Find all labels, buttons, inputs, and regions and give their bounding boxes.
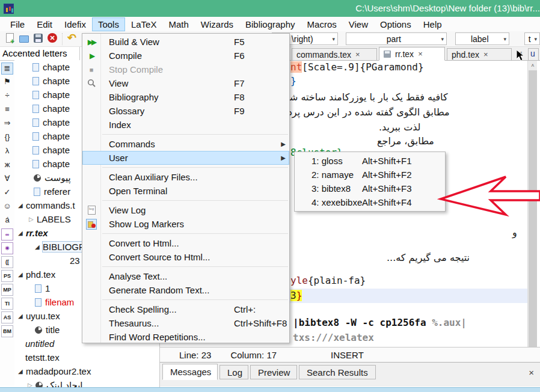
tree-item-madadpour2.tex[interactable]: ◢madadpour2.tex [14, 364, 159, 378]
menubar-item-latex[interactable]: LaTeX [126, 18, 162, 31]
menubar-item-tools[interactable]: Tools [93, 18, 124, 31]
menu-item-view-log[interactable]: logView Log [82, 203, 289, 217]
accents-icon[interactable]: á [1, 215, 13, 227]
new-document-button[interactable]: + [6, 33, 17, 44]
menubar-item-view[interactable]: View [343, 18, 373, 31]
panel-tab-messages[interactable]: Messages [162, 364, 218, 380]
scroll-up-icon[interactable]: ˄ [528, 63, 538, 69]
editor-vertical-scrollbar[interactable]: ˄ ˅ [527, 61, 537, 361]
panel-tab-preview[interactable]: Preview [250, 365, 297, 379]
panel-tab-search-results[interactable]: Search Results [299, 365, 376, 379]
close-panel-icon[interactable]: × [529, 367, 534, 378]
tree-item-label: commands.t [26, 200, 75, 210]
menubar-item-macros[interactable]: Macros [302, 18, 342, 31]
save-button[interactable] [34, 33, 44, 44]
tab-label: commands.tex [296, 50, 351, 60]
mp-tab-icon[interactable]: MP [1, 284, 13, 296]
arrows-icon[interactable]: ⇒ [1, 118, 13, 130]
menubar-item-options[interactable]: Options [375, 18, 417, 31]
scrollbar-thumb[interactable] [529, 70, 537, 348]
tree-item-ایجاد-لینک[interactable]: ▷ایجاد لینک [14, 378, 159, 388]
tree-item-tetstt.tex[interactable]: tetstt.tex [14, 351, 159, 364]
tree-item-label: LABELS [37, 214, 71, 224]
menu-item-open-terminal[interactable]: Open Terminal [82, 184, 289, 198]
close-document-button[interactable]: ✕ [48, 33, 58, 44]
cyrillic-icon[interactable]: ж [1, 159, 13, 171]
misc-symbols-icon[interactable]: ☺ [1, 201, 13, 213]
menu-separator [102, 233, 288, 234]
menubar-item-file[interactable]: File [5, 18, 30, 31]
reference-value: label [458, 34, 501, 44]
structure-filter-combobox[interactable]: Accented letters [0, 47, 80, 61]
ti-tab-icon[interactable]: TI [1, 298, 13, 310]
menu-item-bibliography[interactable]: BibliographyF8 [82, 90, 289, 104]
close-tab-icon[interactable]: × [418, 49, 423, 58]
collapse-icon[interactable]: ◢ [35, 243, 43, 250]
divide-icon[interactable]: ÷ [1, 90, 13, 102]
brackets-icon[interactable]: ([ [1, 256, 13, 268]
menu-icon-slot [82, 151, 100, 165]
menu-bar: FileEditIdefixToolsLaTeXMathWizardsBibli… [0, 17, 540, 31]
structure-icon[interactable]: ≣ [1, 63, 13, 75]
collapse-icon[interactable]: ◢ [18, 313, 26, 319]
menu-item-generate-random-text[interactable]: Generate Random Text... [82, 283, 289, 297]
user-command-shortcut: Alt+Shift+F3 [362, 183, 412, 194]
partial-combobox[interactable]: t▾ [524, 32, 540, 45]
close-tab-icon[interactable]: × [483, 50, 488, 59]
tab-commands-tex[interactable]: commands.tex× [292, 48, 377, 61]
reference-combobox[interactable]: label▾ [455, 32, 509, 45]
infinity-icon[interactable]: ∞ [1, 228, 13, 240]
ps-tab-icon[interactable]: PS [1, 270, 13, 282]
user-command-1[interactable]: 1: glossAlt+Shift+F1 [295, 154, 445, 168]
section-level-combobox[interactable]: part▾ [346, 32, 447, 45]
menu-item-find-word-repetitions[interactable]: Find Word Repetitions... [82, 330, 289, 344]
check-icon[interactable]: ✓ [1, 187, 13, 199]
user-command-4[interactable]: 4: xexebibxeAlt+Shift+F4 [295, 195, 445, 209]
menu-item-thesaurus[interactable]: Thesaurus...Ctrl+Shift+F8 [82, 316, 289, 330]
menu-item-clean-auxiliary-files[interactable]: Clean Auxiliary Files... [82, 170, 289, 184]
menu-item-index[interactable]: Index [82, 118, 289, 132]
panel-tab-log[interactable]: Log [219, 365, 248, 379]
menu-item-analyse-text[interactable]: Analyse Text... [82, 269, 289, 283]
bookmark-icon[interactable]: ⚑ [1, 76, 13, 88]
menubar-item-bibliography[interactable]: Bibliography [240, 18, 301, 31]
tab-phd-tex[interactable]: phd.tex× [447, 48, 512, 61]
as-tab-icon[interactable]: AS [1, 311, 13, 323]
menubar-item-help[interactable]: Help [418, 18, 447, 31]
tab-scroll-left-icon[interactable]: ◀ [517, 50, 522, 57]
menu-item-show-log-markers[interactable]: Show Log Markers [82, 217, 289, 231]
operators-icon[interactable]: ∀ [1, 173, 13, 185]
user-command-3[interactable]: 3: bibtex8Alt+Shift+F3 [295, 182, 445, 195]
menubar-item-wizards[interactable]: Wizards [195, 18, 239, 31]
menu-item-build-view[interactable]: ▶▶Build & ViewF5 [82, 35, 289, 49]
collapse-icon[interactable]: ◢ [18, 230, 26, 236]
collapse-icon[interactable]: ◢ [18, 271, 26, 278]
menu-item-check-spelling[interactable]: Check Spelling...Ctrl+: [82, 302, 289, 316]
bm-tab-icon[interactable]: BM [1, 325, 13, 337]
collapse-icon[interactable]: ◢ [18, 202, 26, 209]
menu-item-user[interactable]: User▶ [82, 151, 289, 165]
user-command-shortcut: Alt+Shift+F4 [362, 197, 412, 207]
braces-icon[interactable]: {} [1, 132, 13, 144]
relations-icon[interactable]: ≡ [1, 104, 13, 116]
menubar-item-math[interactable]: Math [163, 18, 194, 31]
menu-item-commands[interactable]: Commands▶ [82, 137, 289, 151]
menu-item-compile[interactable]: ▶CompileF6 [82, 49, 289, 63]
menubar-item-idefix[interactable]: Idefix [59, 18, 91, 31]
undo-button[interactable]: ↶ [67, 33, 78, 44]
menu-item-convert-to-html[interactable]: Convert to Html... [82, 236, 289, 250]
expand-icon[interactable]: ▷ [29, 216, 37, 222]
asterisk-icon[interactable]: ✳ [1, 242, 13, 254]
greek-icon[interactable]: λ [1, 145, 13, 158]
collapse-icon[interactable]: ◢ [18, 368, 26, 375]
page-icon [32, 91, 39, 99]
menubar-item-edit[interactable]: Edit [31, 18, 58, 31]
partial-tab[interactable]: u [528, 48, 539, 61]
menu-item-view[interactable]: ViewF7 [82, 76, 289, 90]
open-file-button[interactable] [19, 33, 30, 44]
tab-rr-tex[interactable]: rr.tex× [379, 47, 445, 61]
menu-item-glossary[interactable]: GlossaryF9 [82, 104, 289, 118]
menu-item-convert-source-to-html[interactable]: Convert Source to Html... [82, 250, 289, 264]
close-tab-icon[interactable]: × [355, 50, 360, 59]
user-command-2[interactable]: 2: namayeAlt+Shift+F2 [295, 168, 445, 182]
